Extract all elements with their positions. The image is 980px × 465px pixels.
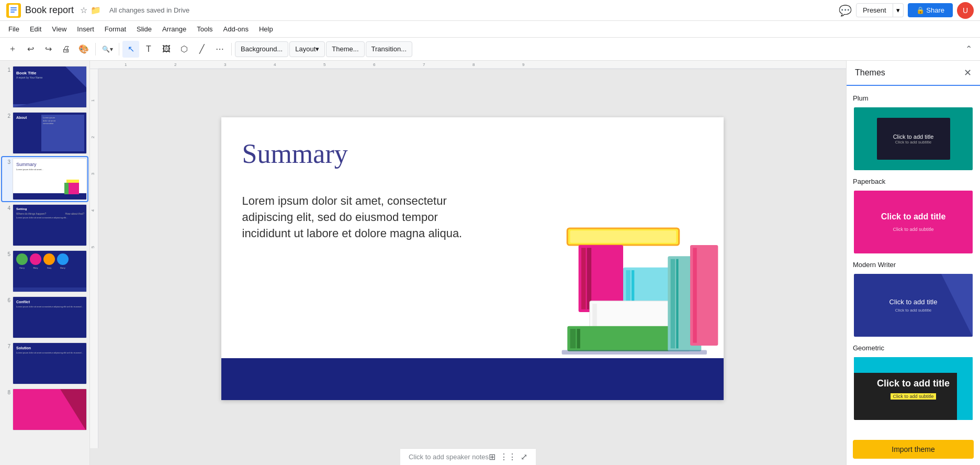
- slide-main-title[interactable]: Summary: [242, 138, 348, 169]
- slide-num-1: 1: [3, 66, 10, 73]
- slide-thumb-5[interactable]: 5 Harry Mary Gary: [2, 249, 87, 293]
- svg-text:1: 1: [125, 62, 127, 67]
- cursor-tool[interactable]: ↖: [122, 41, 139, 58]
- slide-num-7: 7: [3, 342, 10, 349]
- saved-message: All changes saved in Drive: [109, 6, 189, 14]
- slide-thumb-8[interactable]: 8: [2, 388, 87, 431]
- shape-tool[interactable]: ⬡: [176, 41, 193, 58]
- geometric-theme-card[interactable]: Click to add title Click to add subtitle: [853, 356, 974, 421]
- slide3-body-mini: Lorem ipsum dolor sit amet...: [16, 168, 60, 171]
- svg-text:6: 6: [373, 62, 376, 67]
- svg-text:7: 7: [423, 62, 425, 67]
- menu-view[interactable]: View: [48, 23, 71, 35]
- slide-preview-1: Book Title A report by Your Name: [13, 66, 87, 108]
- background-button[interactable]: Background...: [235, 41, 288, 57]
- svg-rect-31: [577, 329, 580, 348]
- geometric-title: Click to add title: [877, 378, 950, 389]
- geometric-top-decoration: [854, 357, 973, 373]
- ruler-vertical: 1 2 3 4 5: [90, 69, 98, 448]
- themes-content: Plum Click to add title Click to add sub…: [847, 86, 980, 434]
- plum-preview: Click to add title Click to add subtitle: [854, 107, 973, 170]
- doc-icons: ☆ 📁: [80, 5, 101, 15]
- share-button[interactable]: 🔒 Share: [908, 3, 953, 17]
- image-tool[interactable]: 🖼: [158, 41, 175, 58]
- slide-thumb-1[interactable]: 1 Book Title A report by Your Name: [2, 65, 87, 109]
- zoom-button[interactable]: 🔍▾: [99, 41, 116, 58]
- slide-thumb-3[interactable]: 3 Summary Lorem ipsum dolor sit amet...: [2, 157, 87, 201]
- svg-text:8: 8: [472, 62, 475, 67]
- slide-thumb-7[interactable]: 7 Solution Lorem ipsum dolor sit amet co…: [2, 341, 87, 385]
- layout-button[interactable]: Layout▾: [289, 41, 325, 57]
- grid-icon[interactable]: ⋮⋮: [500, 452, 516, 462]
- slide-canvas[interactable]: Summary Lorem ipsum dolor sit amet, cons…: [221, 117, 724, 400]
- svg-text:4: 4: [91, 209, 95, 212]
- folder-icon[interactable]: 📁: [91, 5, 101, 15]
- redo-button[interactable]: ↪: [40, 41, 57, 58]
- top-bar: Book report ☆ 📁 All changes saved in Dri…: [0, 0, 980, 21]
- plum-theme-card[interactable]: Click to add title Click to add subtitle: [853, 106, 974, 171]
- paperback-theme-card[interactable]: Click to add title Click to add subtitle: [853, 190, 974, 254]
- line-tool[interactable]: ╱: [194, 41, 210, 58]
- more-tools[interactable]: ⋯: [211, 41, 228, 58]
- grid-view-icon[interactable]: ⊞: [489, 452, 495, 462]
- svg-text:1: 1: [91, 99, 95, 102]
- present-button[interactable]: Present: [856, 3, 893, 17]
- toolbar-separator-1: [95, 43, 96, 56]
- themes-header: Themes ✕: [847, 61, 980, 86]
- comments-icon[interactable]: 💬: [839, 4, 852, 17]
- svg-rect-35: [561, 350, 706, 355]
- modernwriter-preview: Click to add title Click to add subtitle: [854, 274, 973, 337]
- menu-file[interactable]: File: [4, 23, 24, 35]
- plum-label: Plum: [853, 94, 974, 102]
- menu-slide[interactable]: Slide: [132, 23, 156, 35]
- text-tool[interactable]: T: [140, 41, 157, 58]
- themes-panel: Themes ✕ Plum Click to add title Click t…: [846, 61, 980, 465]
- toolbar-collapse-button[interactable]: ⌃: [961, 42, 976, 57]
- svg-rect-37: [693, 248, 696, 342]
- paint-format-button[interactable]: 🎨: [75, 41, 92, 58]
- speaker-notes-bar: Click to add speaker notes ⊞ ⋮⋮ ⤢: [400, 448, 536, 465]
- slide-thumb-2[interactable]: 2 About Lorem ipsumdolor sit ametconsect…: [2, 111, 87, 155]
- modern-writer-theme-card[interactable]: Click to add title Click to add subtitle: [853, 273, 974, 338]
- slide2-about-label: About: [16, 116, 27, 119]
- print-button[interactable]: 🖨: [58, 41, 74, 58]
- slide-preview-5: Harry Mary Gary Barry: [13, 250, 87, 292]
- theme-button[interactable]: Theme...: [326, 41, 364, 57]
- modern-writer-label: Modern Writer: [853, 261, 974, 269]
- undo-button[interactable]: ↩: [22, 41, 39, 58]
- themes-close-button[interactable]: ✕: [964, 67, 972, 79]
- slide-thumb-4[interactable]: 4 Setting Where do things happen? How ab…: [2, 203, 87, 247]
- menu-format[interactable]: Format: [100, 23, 130, 35]
- svg-text:5: 5: [91, 246, 95, 248]
- slide-thumb-6[interactable]: 6 Conflict Lorem ipsum dolor sit amet co…: [2, 295, 87, 339]
- slide-num-6: 6: [3, 296, 10, 303]
- menu-bar: File Edit View Insert Format Slide Arran…: [0, 21, 980, 38]
- transition-button[interactable]: Transition...: [366, 41, 412, 57]
- geometric-label-text: Geometric: [853, 344, 884, 352]
- menu-tools[interactable]: Tools: [193, 23, 217, 35]
- menu-addons[interactable]: Add-ons: [219, 23, 253, 35]
- speaker-notes-text[interactable]: Click to add speaker notes: [409, 453, 489, 461]
- ruler-horizontal: 1 2 3 4 5 6 7 8 9: [90, 61, 846, 69]
- geometric-right-decoration: [957, 357, 973, 420]
- menu-edit[interactable]: Edit: [26, 23, 46, 35]
- svg-rect-22: [581, 248, 586, 309]
- svg-text:9: 9: [522, 62, 525, 67]
- menu-help[interactable]: Help: [255, 23, 277, 35]
- expand-icon[interactable]: ⤢: [521, 452, 527, 462]
- slide-num-8: 8: [3, 389, 10, 395]
- paperback-label: Paperback: [853, 178, 974, 185]
- import-theme-button[interactable]: Import theme: [853, 440, 974, 459]
- svg-rect-1: [10, 7, 17, 8]
- toolbar-separator-3: [231, 43, 232, 56]
- menu-insert[interactable]: Insert: [73, 23, 98, 35]
- modernwriter-title: Click to add title: [889, 298, 938, 306]
- slide-body-text[interactable]: Lorem ipsum dolor sit amet, consectetur …: [242, 193, 488, 241]
- svg-rect-20: [570, 230, 676, 242]
- new-slide-button[interactable]: ＋: [4, 41, 21, 58]
- star-icon[interactable]: ☆: [80, 5, 87, 15]
- slide-num-2: 2: [3, 112, 10, 119]
- present-dropdown-arrow[interactable]: ▾: [893, 3, 904, 17]
- menu-arrange[interactable]: Arrange: [158, 23, 190, 35]
- user-avatar: U: [957, 2, 974, 19]
